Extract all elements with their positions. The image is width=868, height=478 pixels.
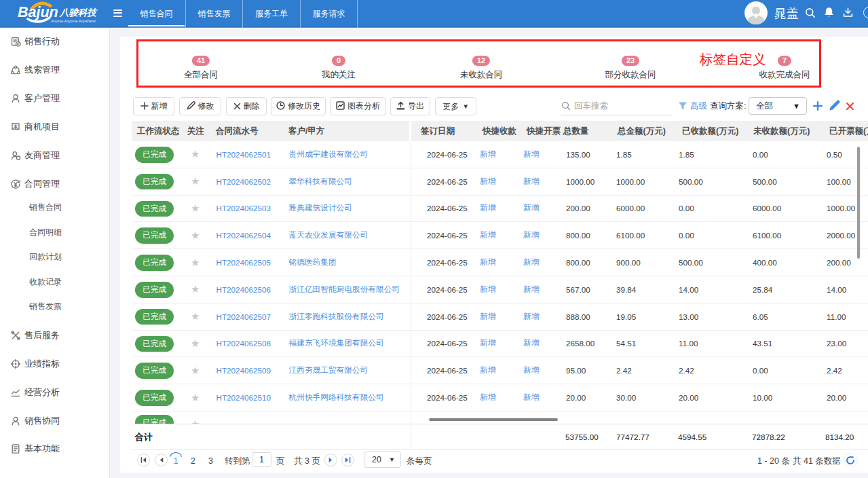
svg-text:Bajun: Bajun: [18, 4, 58, 20]
svg-text:八骏科技: 八骏科技: [59, 7, 98, 18]
svg-text:Anyone,Anytime,Anywhere!: Anyone,Anytime,Anywhere!: [51, 19, 96, 23]
